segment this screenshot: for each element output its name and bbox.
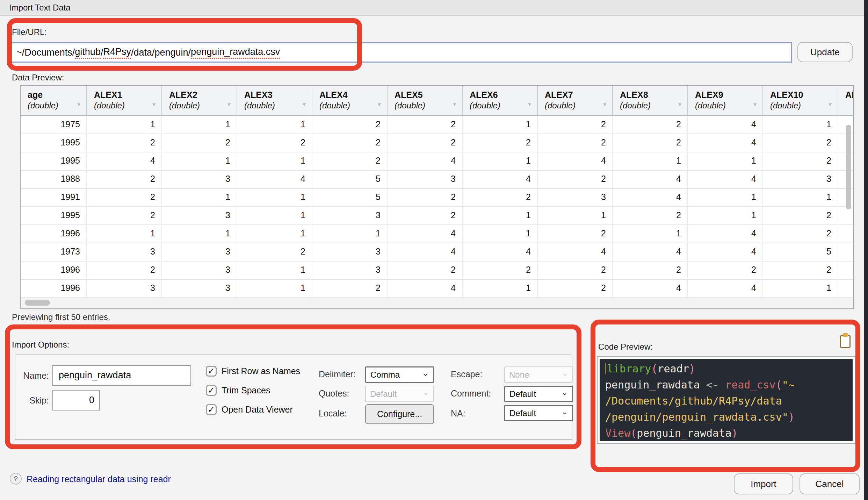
column-menu-icon[interactable]: ▼ [76,101,81,107]
table-cell: 4 [688,225,763,243]
copy-to-clipboard-icon[interactable] [840,335,851,348]
column-header-age[interactable]: age(double)▼ [21,86,87,115]
import-text-data-dialog: Import Text Data File/URL: ~/Documents/g… [0,0,868,500]
na-label: NA: [451,408,465,419]
column-header-alex5[interactable]: ALEX5(double)▼ [388,86,463,115]
table-cell: 2 [613,262,688,279]
column-name: ALEX5 [395,89,462,100]
import-button[interactable]: Import [734,473,793,494]
table-cell: 1 [538,207,613,224]
column-name: ALEX9 [695,89,762,100]
table-cell: 2 [538,225,613,243]
table-cell: 4 [688,116,763,134]
code-line: /Documents/github/R4Psy/data [605,393,853,409]
code-token: ( [651,363,657,375]
column-menu-icon[interactable]: ▼ [226,101,232,107]
column-header-alex3[interactable]: ALEX3(double)▼ [237,86,312,115]
checkbox[interactable]: ✓ [206,404,217,415]
table-cell: 2 [312,116,388,134]
column-name: ALEX8 [620,89,687,100]
code-token: read_csv [725,379,776,391]
help-icon[interactable]: ? [10,473,22,485]
column-menu-icon[interactable]: ▼ [827,101,833,107]
table-cell: 4 [613,280,688,297]
table-cell: 4 [613,243,688,261]
column-header-alex9[interactable]: ALEX9(double)▼ [688,86,763,115]
column-header-alex7[interactable]: ALEX7(double)▼ [538,86,613,115]
table-cell: 1996 [21,280,87,297]
table-cell: 1 [688,189,763,206]
table-cell: 1996 [21,262,87,279]
table-cell: 3 [763,171,838,188]
table-cell: 1996 [21,225,87,243]
column-menu-icon[interactable]: ▼ [151,101,157,107]
file-path-segment: R4Psy [103,47,131,59]
column-menu-icon[interactable]: ▼ [302,101,307,107]
column-header-alex10[interactable]: ALEX10(double)▼ [763,86,838,115]
na-select[interactable]: Default ⌄ [504,405,573,421]
skip-label: Skip: [14,395,49,406]
column-header-alex2[interactable]: ALEX2(double)▼ [162,86,237,115]
table-cell: 4 [613,171,688,188]
locale-configure-button[interactable]: Configure... [365,404,434,424]
table-cell: 4 [87,152,162,170]
column-name: age [28,89,86,100]
column-menu-icon[interactable]: ▼ [452,101,457,107]
table-cell: 1 [613,152,688,170]
table-cell: 4 [688,280,763,297]
table-cell: 1988 [21,171,87,188]
code-token: <- [700,379,725,391]
column-header-alex4[interactable]: ALEX4(double)▼ [312,86,388,115]
table-cell: 1975 [21,116,87,134]
checkbox[interactable]: ✓ [206,385,217,396]
horizontal-scrollbar[interactable] [21,297,853,308]
name-input[interactable] [52,365,191,386]
comment-select[interactable]: Default ⌄ [504,386,573,402]
table-cell: 2 [538,116,613,134]
column-menu-icon[interactable]: ▼ [752,101,758,107]
table-cell: 2 [463,189,538,206]
column-name: ALEX2 [169,89,237,100]
table-cell: 1 [162,225,237,243]
column-menu-icon[interactable]: ▼ [527,101,532,107]
column-header-alex1[interactable]: ALEX1(double)▼ [87,86,162,115]
table-cell: 2 [162,134,237,152]
file-path-segment: penguin_rawdata.csv [191,47,280,59]
code-token: penguin_rawdata [637,427,731,439]
table-cell: 1 [688,152,763,170]
file-path-segment: / [101,47,103,58]
table-cell: 2 [312,280,388,297]
table-cell: 1991 [21,189,87,206]
skip-input[interactable] [52,390,100,410]
update-button[interactable]: Update [797,42,853,62]
column-header-alex8[interactable]: ALEX8(double)▼ [613,86,688,115]
table-cell: 1 [688,207,763,224]
column-menu-icon[interactable]: ▼ [677,101,682,107]
column-name: AL [845,89,854,100]
code-preview-code: library(readr)penguin_rawdata <- read_cs… [600,359,853,441]
checkbox-label: First Row as Names [222,366,300,376]
table-cell: 1995 [21,207,87,224]
table-cell: 1 [763,189,838,206]
column-header-alex6[interactable]: ALEX6(double)▼ [463,86,538,115]
table-cell: 3 [388,171,463,188]
table-cell: 5 [312,171,388,188]
table-cell: 2 [87,134,162,152]
horizontal-scrollbar-thumb[interactable] [25,300,50,306]
table-cell: 2 [613,134,688,152]
table-cell: 2 [688,262,763,279]
delimiter-select[interactable]: Comma ⌄ [365,366,434,383]
column-header-al[interactable]: AL [838,86,854,115]
help-link[interactable]: Reading rectangular data using readr [27,474,171,484]
column-menu-icon[interactable]: ▼ [377,101,382,107]
vertical-scrollbar-thumb[interactable] [846,125,851,209]
table-cell: 3 [162,262,237,279]
table-cell: 3 [538,189,613,206]
code-token: ) [689,363,695,375]
file-url-input[interactable]: ~/Documents/github/R4Psy/data/penguin/pe… [10,42,792,63]
cancel-button[interactable]: Cancel [800,473,860,494]
column-menu-icon[interactable]: ▼ [602,101,607,107]
table-cell: 1 [463,152,538,170]
checkbox[interactable]: ✓ [206,366,217,377]
table-cell: 4 [388,225,463,243]
